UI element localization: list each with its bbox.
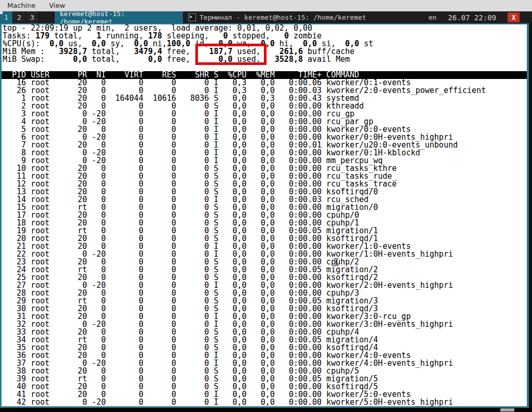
- terminal-screen: top - 22:09:19 up 2 min, 2 users, load a…: [3, 24, 527, 406]
- workspace-button-1[interactable]: 1: [0, 11, 13, 23]
- menu-view[interactable]: View: [49, 2, 65, 9]
- workspace-button-2[interactable]: 2: [13, 11, 26, 23]
- terminal-window[interactable]: top - 22:09:19 up 2 min, 2 users, load a…: [0, 23, 529, 408]
- bottom-strip: [0, 408, 532, 412]
- top-summary-line-5: MiB Swap: 0,0 total, 0,0 free, 0,0 used.…: [3, 56, 527, 63]
- clock[interactable]: 26.07 22:09: [448, 14, 496, 22]
- window-button-label: keremet@host-15: /home/keremet: [60, 10, 178, 25]
- workspace-button-3[interactable]: 3: [26, 11, 39, 23]
- taskbar-spacer: [39, 11, 55, 23]
- menu-machine[interactable]: Machine: [7, 2, 35, 9]
- window-button-label: Терминал - keremet@host-15: /home/kereme…: [200, 14, 366, 21]
- window-button-terminal-active[interactable]: keremet@host-15: /home/keremet: [55, 11, 183, 23]
- workspace-pager: 123: [0, 11, 39, 23]
- window-button-terminal[interactable]: Терминал - keremet@host-15: /home/kereme…: [183, 11, 371, 23]
- taskbar: 123 keremet@host-15: /home/keremet Терми…: [0, 11, 532, 23]
- system-tray: en 26.07 22:09 X: [429, 11, 532, 23]
- desktop-screen: Machine View 123 keremet@host-15: /home/…: [0, 0, 532, 412]
- keyboard-layout-indicator[interactable]: en: [429, 14, 437, 21]
- close-button[interactable]: X: [508, 12, 520, 22]
- terminal-icon: [188, 14, 196, 21]
- pager-mini-window: [0, 11, 3, 14]
- bottom-grip[interactable]: [500, 408, 514, 411]
- process-row: 42 root 0 -20 0 0 0 I 0,0 0,0 0:00.00 kw…: [3, 398, 527, 406]
